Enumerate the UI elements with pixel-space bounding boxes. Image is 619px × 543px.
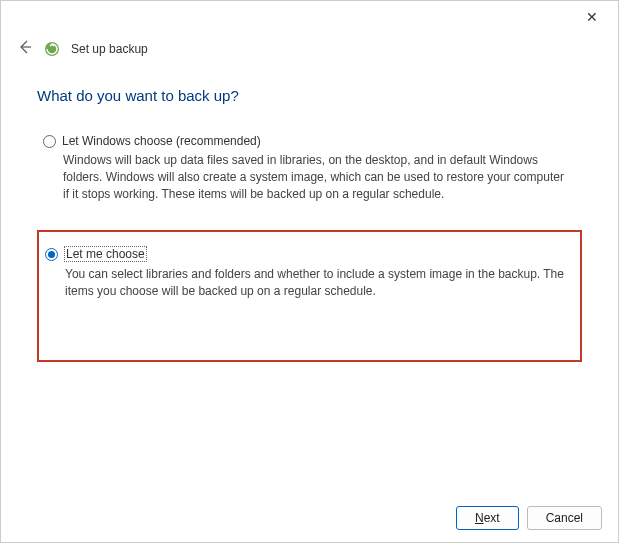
radio-windows-choose[interactable]: [43, 135, 56, 148]
backup-icon: [43, 40, 61, 58]
content-area: What do you want to back up? Let Windows…: [1, 65, 618, 362]
option-let-me-choose-desc: You can select libraries and folders and…: [65, 266, 570, 300]
option-windows-choose-desc: Windows will back up data files saved in…: [63, 152, 572, 202]
next-button[interactable]: Next: [456, 506, 519, 530]
wizard-title: Set up backup: [71, 42, 148, 56]
option-let-me-choose-label: Let me choose: [64, 246, 147, 262]
radio-let-me-choose[interactable]: [45, 248, 58, 261]
close-button[interactable]: ✕: [578, 5, 606, 29]
next-button-label-rest: ext: [484, 511, 500, 525]
page-heading: What do you want to back up?: [37, 87, 582, 104]
content-divider: [1, 329, 618, 330]
titlebar: ✕: [1, 1, 618, 33]
footer-buttons: Next Cancel: [456, 506, 602, 530]
option-windows-choose-label: Let Windows choose (recommended): [62, 134, 261, 148]
back-arrow-icon[interactable]: [17, 39, 33, 59]
cancel-button[interactable]: Cancel: [527, 506, 602, 530]
option-let-me-choose[interactable]: Let me choose You can select libraries a…: [37, 230, 582, 362]
option-windows-choose[interactable]: Let Windows choose (recommended) Windows…: [37, 126, 582, 214]
wizard-header: Set up backup: [1, 33, 618, 65]
